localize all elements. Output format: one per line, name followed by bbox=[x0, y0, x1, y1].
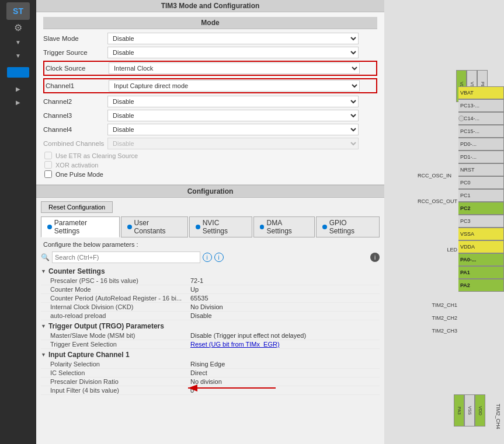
param-name-polarity: Polarity Selection bbox=[50, 361, 190, 368]
info-icon-1[interactable]: i bbox=[203, 253, 212, 262]
tab-dma-label: DMA Settings bbox=[266, 219, 308, 235]
expand-icon-1[interactable]: ▶ bbox=[16, 86, 20, 92]
clock-source-select[interactable]: Internal Clock bbox=[109, 62, 360, 74]
chevron-down-icon-1[interactable]: ▼ bbox=[15, 39, 21, 46]
channel3-select[interactable]: Disable bbox=[107, 110, 359, 121]
channel2-select[interactable]: Disable bbox=[107, 96, 359, 107]
label-rcc-osc-in: RCC_OSC_IN bbox=[418, 169, 457, 182]
tab-dma-settings[interactable]: DMA Settings bbox=[253, 216, 315, 237]
config-header: Configuration bbox=[36, 186, 384, 198]
param-row-trigger-event: Trigger Event Selection Reset (UG bit fr… bbox=[41, 340, 380, 349]
pin-pc2: PC2 bbox=[458, 202, 504, 215]
combined-channels-select[interactable]: Disable bbox=[107, 138, 359, 149]
use-etr-row: Use ETR as Clearing Source bbox=[43, 152, 377, 159]
xor-row: XOR activation bbox=[43, 161, 377, 169]
right-pins: VBAT PC13-... PC14-... PC15-... PD0-... … bbox=[458, 86, 504, 292]
param-row-prescaler: Prescaler (PSC - 16 bits value) 72-1 bbox=[41, 277, 380, 285]
xor-label: XOR activation bbox=[55, 162, 98, 169]
param-value-counter-mode: Up bbox=[190, 286, 199, 293]
tab-parameter-settings[interactable]: Parameter Settings bbox=[41, 216, 120, 237]
gear-icon[interactable]: ⚙ bbox=[14, 22, 22, 33]
slave-mode-label: Slave Mode bbox=[43, 35, 107, 42]
use-etr-label: Use ETR as Clearing Source bbox=[55, 152, 138, 159]
param-value-msm: Disable (Trigger input effect not delaye… bbox=[190, 332, 306, 339]
reset-config-button[interactable]: Reset Configuration bbox=[41, 201, 113, 213]
tab-user-constants[interactable]: User Constants bbox=[121, 216, 188, 237]
bottom-pins: PA3 VSS VDD bbox=[454, 394, 485, 426]
param-value-trigger-event[interactable]: Reset (UG bit from TIMx_EGR) bbox=[190, 341, 280, 348]
param-name-input-filter: Input Filter (4 bits value) bbox=[50, 387, 190, 394]
tim2-labels: TIM2_CH1 TIM2_CH2 TIM2_CH3 bbox=[432, 299, 457, 337]
tab-dot-gpio bbox=[322, 225, 327, 229]
sidebar: ST ⚙ ▼ ▼ ▶ ▶ bbox=[0, 0, 36, 444]
param-name-auto-reload: auto-reload preload bbox=[50, 312, 190, 319]
channel2-row: Channel2 Disable bbox=[43, 96, 377, 107]
param-name-counter-period: Counter Period (AutoReload Register - 16… bbox=[50, 295, 190, 302]
param-value-ckd: No Division bbox=[190, 303, 223, 310]
chip-panel: VDD VSS PB3 VBAT PC13-... PC14-... PC15-… bbox=[384, 0, 504, 444]
label-tim2-ch4: TIM2_CH4 bbox=[495, 404, 501, 429]
clock-source-highlight-box: Clock Source Internal Clock bbox=[43, 61, 377, 76]
param-value-auto-reload: Disable bbox=[190, 312, 212, 319]
param-value-input-filter: 0 bbox=[190, 387, 194, 394]
xor-checkbox[interactable] bbox=[44, 161, 52, 169]
tab-dot-nvic bbox=[196, 225, 200, 229]
param-row-ckd: Internal Clock Division (CKD) No Divisio… bbox=[41, 303, 380, 312]
trigger-source-select[interactable]: Disable bbox=[107, 47, 359, 58]
trigger-source-row: Trigger Source Disable bbox=[43, 47, 377, 58]
pin-pc14: PC14-... bbox=[458, 112, 504, 125]
trigger-source-label: Trigger Source bbox=[43, 49, 107, 56]
channel1-row: Channel1 Input Capture direct mode bbox=[44, 79, 376, 92]
main-content: TIM3 Mode and Configuration Mode Slave M… bbox=[36, 0, 384, 444]
channel1-label: Channel1 bbox=[44, 82, 109, 89]
param-row-counter-mode: Counter Mode Up bbox=[41, 285, 380, 294]
counter-settings-group: ▼ Counter Settings bbox=[41, 265, 380, 277]
search-icon: 🔍 bbox=[41, 253, 50, 261]
clock-source-row: Clock Source Internal Clock bbox=[44, 62, 376, 75]
mode-section: Mode Slave Mode Disable Trigger Source D… bbox=[36, 12, 384, 185]
param-row-counter-period: Counter Period (AutoReload Register - 16… bbox=[41, 294, 380, 303]
tim3-panel: TIM3 Mode and Configuration Mode Slave M… bbox=[36, 0, 384, 444]
channel4-select[interactable]: Disable bbox=[107, 124, 359, 135]
use-etr-checkbox[interactable] bbox=[44, 152, 52, 159]
param-name-ic-selection: IC Selection bbox=[50, 369, 190, 376]
param-name-trigger-event: Trigger Event Selection bbox=[50, 341, 190, 348]
expand-icon-2[interactable]: ▶ bbox=[16, 99, 20, 106]
chevron-down-icon-2[interactable]: ▼ bbox=[15, 53, 21, 59]
one-pulse-row: One Pulse Mode bbox=[43, 170, 377, 178]
channel1-select[interactable]: Input Capture direct mode bbox=[109, 80, 360, 92]
pin-vssa: VSSA bbox=[458, 228, 504, 240]
info-icon-dark: i bbox=[370, 253, 380, 262]
counter-settings-label: Counter Settings bbox=[48, 267, 105, 275]
pin-vss-bot: VSS bbox=[464, 394, 475, 426]
info-icon-2[interactable]: i bbox=[214, 253, 224, 262]
one-pulse-checkbox[interactable] bbox=[44, 170, 52, 178]
search-input[interactable] bbox=[52, 251, 200, 263]
param-name-counter-mode: Counter Mode bbox=[50, 286, 190, 293]
label-tim2-ch2: TIM2_CH2 bbox=[432, 312, 457, 324]
tab-nvic-settings[interactable]: NVIC Settings bbox=[189, 216, 252, 237]
pin-vdd-bot: VDD bbox=[475, 394, 485, 426]
config-section: Configuration Reset Configuration Parame… bbox=[36, 185, 384, 444]
param-name-msm: Master/Slave Mode (MSM bit) bbox=[50, 332, 190, 339]
param-value-prescaler: 72-1 bbox=[190, 277, 203, 284]
pin-pc1: PC1 bbox=[458, 189, 504, 202]
tab-dot-dma bbox=[260, 225, 265, 229]
slave-mode-row: Slave Mode Disable bbox=[43, 33, 377, 44]
tab-nvic-label: NVIC Settings bbox=[203, 219, 246, 235]
param-value-prescaler-div: No division bbox=[190, 378, 222, 385]
label-led: LED bbox=[447, 247, 457, 253]
slave-mode-select[interactable]: Disable bbox=[107, 33, 359, 44]
param-name-prescaler-div: Prescaler Division Ratio bbox=[50, 378, 190, 385]
tab-gpio-label: GPIO Settings bbox=[329, 219, 373, 235]
label-tim2-ch3: TIM2_CH3 bbox=[432, 324, 457, 337]
input-capture-group: ▼ Input Capture Channel 1 bbox=[41, 349, 380, 360]
panel-title: TIM3 Mode and Configuration bbox=[36, 0, 384, 12]
tab-user-label: User Constants bbox=[134, 219, 182, 235]
input-capture-arrow-icon: ▼ bbox=[41, 352, 46, 358]
params-table: ▼ Counter Settings Prescaler (PSC - 16 b… bbox=[36, 265, 384, 444]
param-name-ckd: Internal Clock Division (CKD) bbox=[50, 303, 190, 310]
search-row: 🔍 i i i bbox=[36, 250, 384, 265]
tab-gpio-settings[interactable]: GPIO Settings bbox=[316, 216, 380, 237]
clock-source-label: Clock Source bbox=[44, 65, 109, 72]
